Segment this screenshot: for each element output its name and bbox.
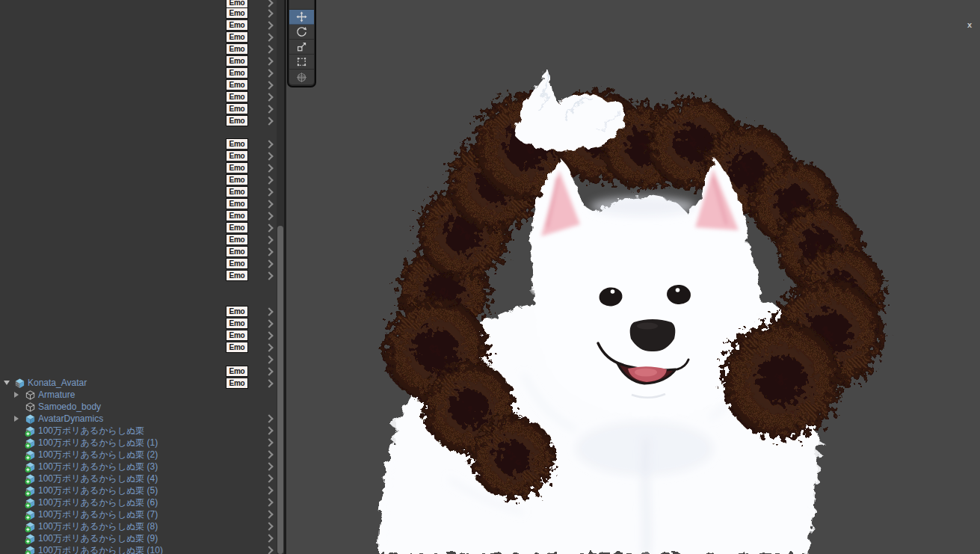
prefab-open-chevron-icon[interactable] [265,81,273,89]
model-added-icon [25,545,36,554]
prefab-open-chevron-icon[interactable] [265,271,273,280]
prefab-open-chevron-icon[interactable] [265,117,273,125]
rect-tool-button[interactable] [289,55,314,70]
foldout-arrow-icon[interactable] [4,381,10,385]
hierarchy-emoji-row[interactable] [0,354,277,366]
overlay-close-button[interactable]: x [967,20,972,29]
prefab-open-chevron-icon[interactable] [265,188,273,196]
prefab-open-chevron-icon[interactable] [265,176,273,184]
prefab-open-chevron-icon[interactable] [265,93,273,101]
hierarchy-item-100-1-[interactable]: 100万ポリあるからしぬ栗 (1) [0,437,277,449]
prefab-open-chevron-icon[interactable] [265,45,273,53]
prefab-open-chevron-icon[interactable] [265,33,273,41]
prefab-open-chevron-icon[interactable] [265,534,273,542]
hierarchy-emoji-row[interactable]: Emo [0,150,277,162]
hierarchy-item-samoedo_body[interactable]: Samoedo_body [0,401,277,413]
prefab-open-chevron-icon[interactable] [265,0,273,7]
prefab-open-chevron-icon[interactable] [265,462,273,470]
prefab-open-chevron-icon[interactable] [265,474,273,482]
hierarchy-emoji-row[interactable]: Emo [0,103,277,115]
prefab-open-chevron-icon[interactable] [265,486,273,494]
hierarchy-emoji-row[interactable]: Emo [0,174,277,186]
prefab-open-chevron-icon[interactable] [265,498,273,506]
hierarchy-item-100-4-[interactable]: 100万ポリあるからしぬ栗 (4) [0,473,277,484]
prefab-open-chevron-icon[interactable] [265,522,273,530]
hierarchy-emoji-row[interactable]: Emo [0,186,277,198]
hierarchy-emoji-row[interactable]: Emo [0,19,277,31]
hierarchy-emoji-row[interactable]: Emo [0,270,277,282]
prefab-open-chevron-icon[interactable] [265,152,273,160]
emoji-placeholder-box: Emo [226,43,248,55]
hierarchy-item-100-10-[interactable]: 100万ポリあるからしぬ栗 (10) [0,544,277,554]
prefab-open-chevron-icon[interactable] [265,307,273,316]
hierarchy-item-100-8-[interactable]: 100万ポリあるからしぬ栗 (8) [0,520,277,532]
hierarchy-emoji-row[interactable]: Emo [0,258,277,270]
hierarchy-emoji-row[interactable]: Emo [0,162,277,174]
hierarchy-item-100-9-[interactable]: 100万ポリあるからしぬ栗 (9) [0,532,277,544]
prefab-open-chevron-icon[interactable] [265,21,273,29]
hierarchy-emoji-row[interactable]: Emo [0,7,277,19]
hierarchy-item-100-3-[interactable]: 100万ポリあるからしぬ栗 (3) [0,461,277,473]
prefab-open-chevron-icon[interactable] [265,319,273,327]
hierarchy-item-armature[interactable]: Armature [0,389,277,401]
prefab-open-chevron-icon[interactable] [265,355,273,363]
prefab-open-chevron-icon[interactable] [265,450,273,458]
prefab-open-chevron-icon[interactable] [265,331,273,339]
prefab-open-chevron-icon[interactable] [265,105,273,113]
foldout-arrow-icon[interactable] [14,416,19,422]
hierarchy-item-100-7-[interactable]: 100万ポリあるからしぬ栗 (7) [0,508,277,520]
move-tool-button[interactable] [289,10,314,25]
hierarchy-item-100-6-[interactable]: 100万ポリあるからしぬ栗 (6) [0,496,277,508]
hierarchy-emoji-row[interactable]: Emo [0,342,277,354]
prefab-open-chevron-icon[interactable] [265,426,273,434]
hierarchy-emoji-row[interactable]: Emo [0,79,277,91]
prefab-open-chevron-icon[interactable] [265,224,273,232]
hierarchy-emoji-row[interactable]: Emo [0,306,277,318]
hierarchy-emoji-row[interactable]: Emo [0,55,277,67]
prefab-open-chevron-icon[interactable] [265,247,273,256]
scale-tool-button[interactable] [289,40,314,55]
hierarchy-emoji-row[interactable]: Emo [0,138,277,150]
prefab-open-chevron-icon[interactable] [265,510,273,518]
prefab-open-chevron-icon[interactable] [265,200,273,208]
hierarchy-emoji-row[interactable]: Emo [0,330,277,342]
scene-viewport[interactable]: x [286,0,980,554]
hierarchy-item-100-2-[interactable]: 100万ポリあるからしぬ栗 (2) [0,449,277,461]
hierarchy-item-100-[interactable]: 100万ポリあるからしぬ栗 [0,425,277,437]
hierarchy-emoji-row[interactable]: Emo [0,222,277,234]
hierarchy-emoji-row[interactable]: Emo [0,115,277,127]
rotate-tool-button[interactable] [289,25,314,40]
hierarchy-scrollbar-track[interactable] [277,0,284,554]
prefab-open-chevron-icon[interactable] [265,343,273,351]
view-tool-button[interactable] [289,0,314,10]
prefab-open-chevron-icon[interactable] [265,414,273,422]
hierarchy-emoji-row[interactable]: Emo [0,31,277,43]
hierarchy-emoji-row[interactable]: Emo [0,198,277,210]
prefab-open-chevron-icon[interactable] [265,212,273,220]
prefab-open-chevron-icon[interactable] [265,164,273,172]
hierarchy-item-100-5-[interactable]: 100万ポリあるからしぬ栗 (5) [0,484,277,496]
prefab-open-chevron-icon[interactable] [265,259,273,268]
transform-tool-button[interactable] [289,70,314,84]
hierarchy-emoji-row[interactable]: Emo [0,234,277,246]
prefab-open-chevron-icon[interactable] [265,236,273,244]
foldout-arrow-icon[interactable] [14,392,19,398]
hierarchy-emoji-row[interactable]: Emo [0,67,277,79]
prefab-open-chevron-icon[interactable] [265,69,273,77]
prefab-open-chevron-icon[interactable] [265,367,273,375]
hierarchy-emoji-row[interactable]: Emo [0,210,277,222]
hierarchy-emoji-row[interactable]: Emo [0,246,277,258]
hierarchy-panel[interactable]: EmoEmoEmoEmoEmoEmoEmoEmoEmoEmoEmoEmoEmoE… [0,0,286,554]
hierarchy-emoji-row[interactable]: Emo [0,43,277,55]
hierarchy-emoji-row[interactable]: Emo [0,91,277,103]
prefab-open-chevron-icon[interactable] [265,57,273,65]
hierarchy-item-avatardynamics[interactable]: AvatarDynamics [0,413,277,425]
prefab-open-chevron-icon[interactable] [265,9,273,17]
prefab-open-chevron-icon[interactable] [265,438,273,446]
prefab-open-chevron-icon[interactable] [265,140,273,148]
hierarchy-scrollbar-thumb[interactable] [277,226,283,554]
hierarchy-emoji-row[interactable]: Emo [0,318,277,330]
hierarchy-item-konata_avatar[interactable]: Konata_Avatar [0,377,277,389]
prefab-open-chevron-icon[interactable] [265,546,273,554]
hierarchy-emoji-row[interactable]: Emo [0,366,277,378]
